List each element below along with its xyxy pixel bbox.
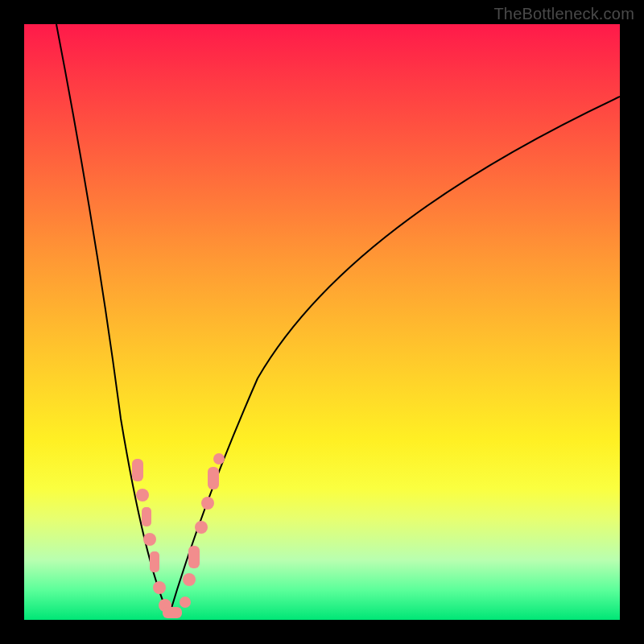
marker-point — [150, 551, 159, 572]
marker-point — [132, 459, 143, 481]
marker-point — [195, 521, 208, 534]
plot-area — [24, 24, 620, 620]
bottleneck-curve — [24, 24, 620, 620]
marker-point — [180, 597, 191, 608]
marker-point — [183, 573, 196, 586]
marker-point — [213, 453, 225, 464]
marker-point — [188, 546, 200, 568]
watermark-text: TheBottleneck.com — [493, 5, 634, 23]
marker-point — [142, 507, 151, 526]
curve-left-branch — [56, 24, 169, 616]
marker-point — [208, 467, 219, 489]
marker-point — [143, 533, 156, 546]
curve-right-branch — [169, 97, 620, 616]
marker-point — [201, 497, 214, 510]
marker-point — [163, 607, 182, 618]
marker-point — [153, 581, 166, 594]
marker-point — [136, 489, 149, 502]
